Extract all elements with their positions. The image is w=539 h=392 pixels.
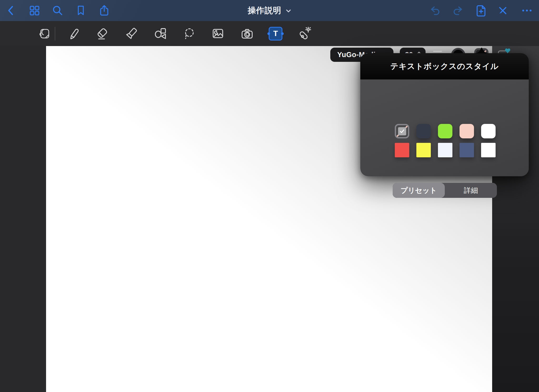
search-icon xyxy=(51,4,64,17)
segment-detail[interactable]: 詳細 xyxy=(445,183,497,198)
swatch-color[interactable] xyxy=(460,124,474,138)
redo-icon xyxy=(451,4,465,17)
swatch-color[interactable] xyxy=(395,143,409,157)
lasso-icon xyxy=(182,26,197,41)
camera-tool-button[interactable] xyxy=(239,26,255,41)
text-tool-selected-box: T xyxy=(269,27,282,41)
selection-handle-right xyxy=(281,32,284,35)
swatch-color[interactable] xyxy=(416,143,431,157)
highlighter-tool-button[interactable] xyxy=(124,26,139,41)
top-nav-bar: 操作説明 xyxy=(0,0,539,21)
lasso-tool-button[interactable] xyxy=(182,26,197,41)
camera-icon xyxy=(240,26,254,41)
search-button[interactable] xyxy=(50,3,65,18)
canvas-background-left xyxy=(0,46,46,392)
undo-button[interactable] xyxy=(428,3,442,18)
image-tool-button[interactable] xyxy=(210,26,226,41)
share-button[interactable] xyxy=(97,3,112,18)
chevron-down-icon xyxy=(286,9,291,13)
preset-detail-segmented-control: プリセット 詳細 xyxy=(393,183,497,198)
read-only-mode-icon xyxy=(37,27,51,41)
stop-editing-icon xyxy=(496,4,509,17)
shapes-icon xyxy=(153,26,168,41)
segment-detail-label: 詳細 xyxy=(464,186,478,195)
laser-pointer-tool-button[interactable] xyxy=(297,26,312,41)
swatch-color[interactable] xyxy=(481,143,496,157)
image-icon xyxy=(211,26,225,41)
selection-handle-left xyxy=(267,32,270,35)
page-thumbnails-icon xyxy=(28,4,41,17)
more-button[interactable] xyxy=(520,3,534,18)
swatch-color[interactable] xyxy=(438,124,452,138)
style-swatch-row-2 xyxy=(395,143,496,157)
text-tool-button[interactable]: T xyxy=(268,26,283,41)
back-chevron-icon xyxy=(5,4,17,17)
eraser-tool-button[interactable] xyxy=(95,26,110,41)
swatch-color[interactable] xyxy=(460,143,474,157)
swatch-none-selected[interactable] xyxy=(395,124,409,138)
document-title[interactable]: 操作説明 xyxy=(248,5,291,16)
back-button[interactable] xyxy=(4,3,18,18)
laser-pointer-icon xyxy=(297,26,312,41)
share-icon xyxy=(98,4,111,17)
segment-preset-label: プリセット xyxy=(401,186,437,195)
highlighter-icon xyxy=(124,26,139,41)
swatch-color[interactable] xyxy=(438,143,452,157)
page-thumbnails-button[interactable] xyxy=(27,3,42,18)
popover-arrow xyxy=(473,46,490,53)
segment-preset[interactable]: プリセット xyxy=(393,183,445,198)
popover-header: テキストボックスのスタイル xyxy=(360,53,529,79)
text-tool-label: T xyxy=(273,29,278,38)
read-only-mode-button[interactable] xyxy=(37,26,52,41)
pen-tool-button[interactable] xyxy=(66,26,81,41)
undo-icon xyxy=(428,4,442,17)
add-page-button[interactable] xyxy=(474,3,488,18)
popover-title: テキストボックスのスタイル xyxy=(390,61,499,72)
redo-button[interactable] xyxy=(451,3,465,18)
popover-body: プリセット 詳細 xyxy=(360,79,529,176)
bookmark-button[interactable] xyxy=(73,3,88,18)
add-page-icon xyxy=(475,4,488,17)
tool-bar: T YuGo-Medium 30 xyxy=(0,21,539,46)
stop-editing-button[interactable] xyxy=(495,3,510,18)
swatch-color[interactable] xyxy=(481,124,496,138)
checkmark-icon xyxy=(398,127,406,135)
eraser-icon xyxy=(95,26,110,41)
shapes-tool-button[interactable] xyxy=(153,26,168,41)
heart-icon xyxy=(504,47,511,54)
style-swatch-row-1 xyxy=(395,124,496,138)
textbox-style-popover: テキストボックスのスタイル プリセット 詳細 xyxy=(360,53,529,176)
bookmark-icon xyxy=(74,4,87,17)
pen-icon xyxy=(66,26,81,41)
document-title-label: 操作説明 xyxy=(248,5,281,16)
toolbar-divider xyxy=(55,27,55,41)
more-icon xyxy=(521,4,533,17)
swatch-color[interactable] xyxy=(416,124,431,138)
